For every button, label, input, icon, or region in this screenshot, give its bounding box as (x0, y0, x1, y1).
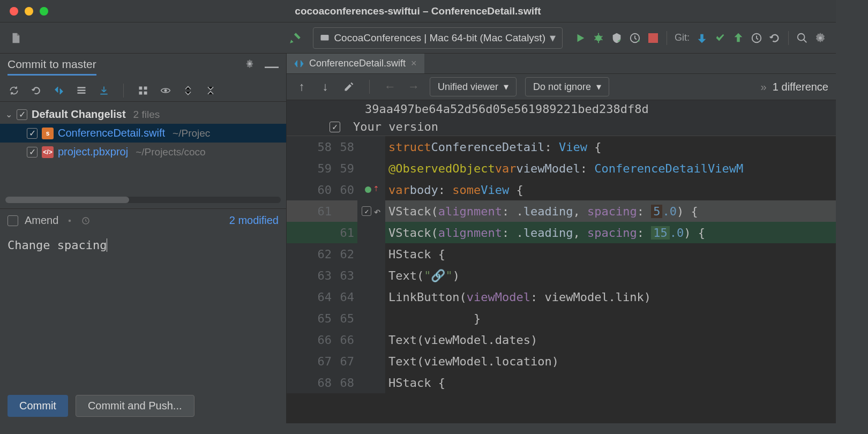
file-row[interactable]: ✓ </> project.pbxproj ~/Projects/coco (0, 143, 286, 161)
svg-rect-12 (144, 87, 147, 90)
commit-buttons: Commit Commit and Push... (0, 388, 286, 423)
commit-hash: 39aa497be64a52d56d05e561989221bed238df8d (287, 100, 836, 118)
svg-point-16 (69, 219, 71, 222)
amend-row: Amend 2 modified (0, 208, 286, 232)
maximize-window[interactable] (40, 7, 48, 16)
file-path: ~/Projects/coco (136, 146, 205, 158)
separator (667, 31, 667, 45)
chevron-down-icon[interactable]: ⌄ (5, 109, 12, 119)
svg-rect-11 (139, 87, 143, 90)
svg-rect-14 (144, 92, 147, 95)
search-icon[interactable] (793, 29, 811, 47)
svg-point-18 (365, 186, 371, 193)
run-config-label: CocoaConferences | Mac 64-bit (Mac Catal… (334, 32, 545, 44)
shelve-icon[interactable] (96, 83, 111, 98)
horizontal-scrollbar[interactable] (5, 197, 281, 203)
git-history-icon[interactable] (747, 29, 766, 47)
coverage-icon[interactable] (608, 29, 626, 47)
commit-button[interactable]: Commit (8, 395, 68, 417)
changelist-icon[interactable] (74, 83, 89, 98)
editor-tabs: ConferenceDetail.swift × (287, 54, 836, 74)
commit-panel-header: Commit to master — (0, 54, 286, 80)
window-controls (10, 7, 48, 16)
gear-settings-icon[interactable] (811, 29, 829, 47)
file-row[interactable]: ✓ s ConferenceDetail.swift ~/Projec (0, 124, 286, 143)
commit-message-input[interactable]: Change spacing (0, 232, 286, 388)
debug-icon[interactable] (589, 29, 608, 47)
history-icon[interactable] (81, 216, 91, 226)
main-area: Commit to master — ⌄ ✓ Def (0, 54, 836, 423)
git-push-icon[interactable] (729, 29, 747, 47)
edit-icon[interactable] (341, 78, 356, 96)
svg-point-1 (595, 35, 601, 41)
editor-tab[interactable]: ConferenceDetail.swift × (287, 54, 424, 73)
tab-label: ConferenceDetail.swift (309, 58, 406, 69)
git-commit-icon[interactable] (711, 29, 729, 47)
rollback-icon[interactable] (29, 83, 44, 98)
amend-label: Amend (25, 214, 58, 227)
diff-count: » 1 difference (761, 81, 828, 93)
diff-tab-icon (294, 59, 304, 69)
svg-point-15 (164, 89, 167, 92)
view-options-icon[interactable] (158, 83, 173, 98)
window-title: cocoaconferences-swiftui – ConferenceDet… (295, 5, 541, 17)
separator (788, 31, 789, 45)
file-path: ~/Projec (173, 128, 210, 139)
next-diff-icon[interactable]: ↓ (318, 78, 333, 96)
profile-icon[interactable] (626, 29, 644, 47)
gear-icon[interactable] (65, 216, 74, 226)
chevron-down-icon: ▾ (504, 81, 508, 93)
file-count: 2 files (133, 109, 160, 121)
commit-panel: Commit to master — ⌄ ✓ Def (0, 54, 287, 423)
changelist-node[interactable]: ⌄ ✓ Default Changelist 2 files (0, 105, 286, 124)
project-file-icon: </> (42, 146, 54, 158)
svg-rect-0 (321, 35, 329, 41)
file-name: ConferenceDetail.swift (58, 127, 165, 139)
file-name: project.pbxproj (58, 146, 128, 158)
modified-count[interactable]: 2 modified (229, 214, 279, 227)
forward-icon[interactable]: → (406, 78, 421, 96)
checkbox[interactable]: ✓ (330, 122, 340, 132)
git-rollback-icon[interactable] (766, 29, 784, 47)
commit-and-push-button[interactable]: Commit and Push... (76, 395, 194, 417)
git-label: Git: (675, 32, 690, 43)
minimize-icon[interactable]: — (265, 58, 279, 75)
hammer-build-icon[interactable] (286, 29, 304, 47)
diff-icon[interactable] (51, 83, 66, 98)
commit-panel-title: Commit to master (8, 58, 96, 76)
close-window[interactable] (10, 7, 18, 16)
gear-icon[interactable] (244, 58, 255, 75)
swift-file-icon: s (42, 128, 54, 139)
close-tab-icon[interactable]: × (411, 58, 417, 69)
checkbox[interactable]: ✓ (27, 128, 38, 139)
checkbox[interactable]: ✓ (17, 109, 27, 120)
viewer-mode-select[interactable]: Unified viewer ▾ (430, 77, 517, 96)
titlebar: cocoaconferences-swiftui – ConferenceDet… (0, 0, 836, 23)
amend-checkbox[interactable] (8, 215, 18, 226)
svg-rect-10 (78, 92, 86, 94)
main-toolbar: CocoaConferences | Mac 64-bit (Mac Catal… (0, 23, 836, 54)
run-config-selector[interactable]: CocoaConferences | Mac 64-bit (Mac Catal… (313, 27, 563, 49)
stop-icon[interactable] (644, 29, 662, 47)
file-icon[interactable] (6, 29, 25, 47)
back-icon[interactable]: ← (383, 78, 398, 96)
svg-rect-3 (648, 33, 658, 43)
run-icon[interactable] (571, 29, 589, 47)
prev-diff-icon[interactable]: ↑ (294, 78, 309, 96)
code-diff-view[interactable]: 5858 struct ConferenceDetail: View { 595… (287, 136, 836, 393)
ignore-mode-select[interactable]: Do not ignore ▾ (525, 77, 609, 96)
your-version-row: ✓ Your version (287, 118, 836, 136)
svg-rect-9 (78, 89, 86, 91)
checkbox[interactable]: ✓ (27, 147, 38, 158)
minimize-window[interactable] (25, 7, 33, 16)
svg-point-5 (798, 33, 805, 40)
expand-icon[interactable] (181, 83, 196, 98)
separator (123, 84, 124, 98)
group-icon[interactable] (136, 83, 151, 98)
collapse-icon[interactable] (203, 83, 218, 98)
git-update-icon[interactable] (693, 29, 711, 47)
changelist-label: Default Changelist (32, 108, 126, 121)
svg-rect-8 (78, 87, 86, 88)
refresh-icon[interactable] (6, 83, 21, 98)
editor-panel: ConferenceDetail.swift × ↑ ↓ ← → Unified… (287, 54, 836, 423)
